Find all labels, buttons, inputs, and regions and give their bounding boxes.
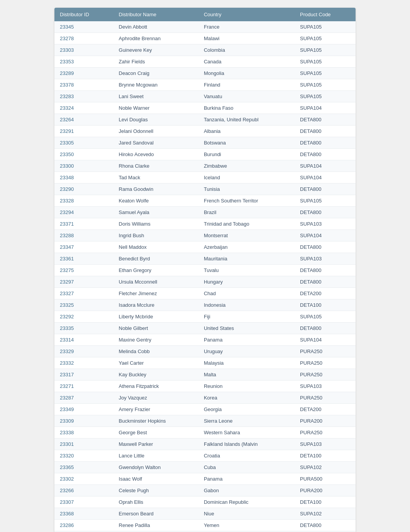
table-cell: DETA800 [295, 137, 356, 149]
table-cell: Oprah Ellis [114, 496, 198, 508]
table-cell: SUPA103 [295, 439, 356, 450]
table-cell: Dominican Republic [198, 496, 295, 508]
table-row: 23294Samuel AyalaBrazilDETA800 [54, 207, 356, 218]
table-cell: 23361 [54, 253, 114, 265]
table-cell: Emerson Beard [114, 508, 198, 520]
table-cell: Melinda Cobb [114, 346, 198, 357]
table-cell: 23309 [54, 415, 114, 427]
table-cell: 23378 [54, 79, 114, 91]
table-cell: PURA250 [295, 346, 356, 357]
table-cell: DETA800 [295, 265, 356, 276]
table-cell: 23347 [54, 241, 114, 253]
table-row: 23302Isaac WolfPanamaPURA500 [54, 473, 356, 485]
table-cell: DETA800 [295, 114, 356, 126]
table-cell: Fletcher Jimenez [114, 288, 198, 299]
table-row: 23271Athena FitzpatrickReunionSUPA103 [54, 381, 356, 392]
table-row: 23353Zahir FieldsCanadaSUPA105 [54, 56, 356, 68]
table-cell: 23353 [54, 56, 114, 68]
table-cell: Doris Williams [114, 218, 198, 230]
table-row: 23327Fletcher JimenezChadDETA200 [54, 288, 356, 299]
col-header-country: Country [198, 8, 295, 21]
table-cell: 23290 [54, 184, 114, 195]
table-cell: Maxwell Parker [114, 439, 198, 450]
table-cell: 23303 [54, 44, 114, 56]
table-cell: Falkland Islands (Malvin [198, 439, 295, 450]
distributor-table-container: Distributor ID Distributor Name Country … [54, 8, 356, 532]
table-cell: Canada [198, 56, 295, 68]
table-cell: PURA250 [295, 427, 356, 439]
table-row: 23300Rhona ClarkeZimbabweSUPA104 [54, 160, 356, 172]
table-cell: SUPA104 [295, 172, 356, 184]
table-row: 23338George BestWestern SaharaPURA250 [54, 427, 356, 439]
table-cell: Lani Sweet [114, 91, 198, 102]
table-cell: SUPA105 [295, 91, 356, 102]
table-row: 23349Amery FrazierGeorgiaDETA200 [54, 404, 356, 415]
table-row: 23345Devin AbbottFranceSUPA105 [54, 21, 356, 33]
table-cell: Benedict Byrd [114, 253, 198, 265]
table-cell: 23324 [54, 102, 114, 114]
table-cell: DETA800 [295, 241, 356, 253]
table-cell: Jelani Odonnell [114, 126, 198, 137]
table-cell: DETA100 [295, 496, 356, 508]
table-cell: Chad [198, 288, 295, 299]
table-cell: SUPA105 [295, 68, 356, 79]
table-cell: DETA200 [295, 288, 356, 299]
table-row: 23371Doris WilliamsTrinidad and TobagoSU… [54, 218, 356, 230]
table-cell: 23301 [54, 439, 114, 450]
table-row: 23289Deacon CraigMongoliaSUPA105 [54, 68, 356, 79]
table-cell: DETA100 [295, 299, 356, 311]
table-row: 23332Yael CarterMalaysiaPURA250 [54, 357, 356, 369]
distributor-table: Distributor ID Distributor Name Country … [54, 8, 356, 532]
table-cell: SUPA105 [295, 311, 356, 323]
table-cell: 23348 [54, 172, 114, 184]
table-cell: Malawi [198, 33, 295, 44]
table-cell: Keaton Wolfe [114, 195, 198, 207]
table-cell: Vanuatu [198, 91, 295, 102]
table-row: 23275Ethan GregoryTuvaluDETA800 [54, 265, 356, 276]
table-cell: Gwendolyn Walton [114, 462, 198, 473]
table-row: 23309Buckminster HopkinsSierra LeonePURA… [54, 415, 356, 427]
table-cell: Buckminster Hopkins [114, 415, 198, 427]
table-cell: 23286 [54, 520, 114, 531]
table-cell: France [198, 21, 295, 33]
table-cell: Mongolia [198, 68, 295, 79]
table-cell: SUPA105 [295, 33, 356, 44]
table-row: 23287Joy VazquezKoreaPURA250 [54, 392, 356, 404]
table-cell: Yael Carter [114, 357, 198, 369]
table-cell: Niue [198, 508, 295, 520]
table-cell: PURA200 [295, 485, 356, 496]
table-body: 23345Devin AbbottFranceSUPA10523278Aphro… [54, 21, 356, 532]
table-cell: Hiroko Acevedo [114, 149, 198, 160]
table-cell: SUPA104 [295, 230, 356, 241]
table-cell: Uruguay [198, 346, 295, 357]
table-cell: DETA200 [295, 404, 356, 415]
table-cell: PURA250 [295, 369, 356, 381]
table-row: 23301Maxwell ParkerFalkland Islands (Mal… [54, 439, 356, 450]
table-cell: SUPA105 [295, 195, 356, 207]
table-cell: Tanzania, United Republ [198, 114, 295, 126]
table-cell: Albania [198, 126, 295, 137]
table-cell: Iceland [198, 172, 295, 184]
table-row: 23335Noble GilbertUnited StatesDETA800 [54, 323, 356, 334]
table-cell: 23292 [54, 311, 114, 323]
table-cell: 23278 [54, 33, 114, 44]
table-cell: DETA800 [295, 126, 356, 137]
table-row: 23324Noble WarnerBurkina FasoSUPA104 [54, 102, 356, 114]
table-cell: Fiji [198, 311, 295, 323]
table-cell: Gabon [198, 485, 295, 496]
table-cell: SUPA105 [295, 56, 356, 68]
table-cell: 23345 [54, 21, 114, 33]
table-cell: 23289 [54, 68, 114, 79]
table-cell: Colombia [198, 44, 295, 56]
table-cell: PURA250 [295, 357, 356, 369]
table-cell: Aphrodite Brennan [114, 33, 198, 44]
table-cell: 23291 [54, 126, 114, 137]
table-cell: 23317 [54, 369, 114, 381]
table-cell: Malaysia [198, 357, 295, 369]
col-header-id: Distributor ID [54, 8, 114, 21]
table-cell: Burkina Faso [198, 102, 295, 114]
table-cell: Panama [198, 334, 295, 346]
table-cell: Finland [198, 79, 295, 91]
table-row: 23286Renee PadillaYemenDETA800 [54, 520, 356, 531]
table-row: 23290Rama GoodwinTunisiaDETA800 [54, 184, 356, 195]
